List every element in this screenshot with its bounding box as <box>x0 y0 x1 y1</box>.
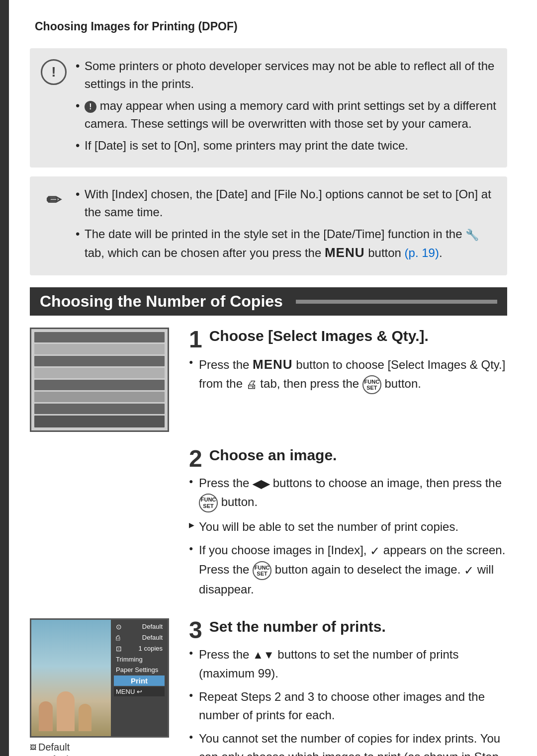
info-bullet-2: The date will be printed in the style se… <box>76 225 496 262</box>
menu-row-nav: MENU ↩ <box>114 687 165 696</box>
bottom-label-icon-1: 🖼 <box>30 744 36 751</box>
step-2-bullet-3: If you choose images in [Index], ✓ appea… <box>189 541 507 598</box>
step-1-image <box>30 328 174 432</box>
step-3-content: 3 Set the number of prints. Press the ▲▼… <box>189 618 507 756</box>
info-bullet-1: With [Index] chosen, the [Date] and [Fil… <box>76 185 496 221</box>
step-3-number: 3 <box>189 618 202 642</box>
func-set-btn-2: FUNCSET <box>199 494 218 512</box>
step-3-header: 3 Set the number of prints. <box>189 618 507 645</box>
bottom-label-text-2: Default <box>40 754 71 756</box>
screen-menu-overlay: ⊙ Default ⎙ Default ⊡ 1 copies Trimmin <box>111 620 168 736</box>
warning-icon: ! <box>41 59 67 85</box>
warning-bullet-3: If [Date] is set to [On], some printers … <box>76 137 496 155</box>
bold-icon: ! <box>85 101 96 113</box>
menu-icon-3: ⊡ <box>116 645 122 653</box>
steps-area: 1 Choose [Select Images & Qty.]. Press t… <box>30 328 507 756</box>
bottom-labels: 🖼 Default 📷 Default 🔲 Default <box>30 742 174 756</box>
camera-screen-bottom: ⊙ Default ⎙ Default ⊡ 1 copies Trimmin <box>30 618 169 738</box>
menu-val-5: Paper Settings <box>116 666 158 673</box>
menu-icon-1: ⊙ <box>116 623 122 631</box>
menu-icon-2: ⎙ <box>116 634 120 642</box>
step-2-number: 2 <box>189 447 202 471</box>
print-tab-icon: 🖨 <box>246 376 257 393</box>
bottom-label-text-1: Default <box>38 742 70 753</box>
menu-val-4: Trimming <box>116 656 143 663</box>
step-3-title: Set the number of prints. <box>209 618 386 635</box>
step-1-number: 1 <box>189 328 202 351</box>
section-title-text: Choosing the Number of Copies <box>40 292 283 311</box>
photo-bg <box>31 620 111 736</box>
step-3-bullet-1: Press the ▲▼ buttons to set the number o… <box>189 645 507 682</box>
step-2-block: 2 Choose an image. Press the ◀▶ buttons … <box>30 447 507 603</box>
left-right-arrows: ◀▶ <box>253 476 269 493</box>
page-ref-link: (p. 19) <box>405 246 439 259</box>
step-3-block: ⊙ Default ⎙ Default ⊡ 1 copies Trimmin <box>30 618 507 756</box>
warning-note-box: ! Some printers or photo developer servi… <box>30 48 507 168</box>
left-accent-bar <box>0 0 9 756</box>
step-1-bullet-1: Press the MENU button to choose [Select … <box>189 354 507 394</box>
step-1-content: 1 Choose [Select Images & Qty.]. Press t… <box>189 328 507 432</box>
checkmark-1: ✓ <box>370 542 380 560</box>
menu-row-4: Trimming <box>114 655 165 664</box>
menu-row-print: Print <box>114 675 165 686</box>
menu-row-1: ⊙ Default <box>114 622 165 632</box>
func-set-btn-3: FUNCSET <box>253 561 271 580</box>
step-1-body: Press the MENU button to choose [Select … <box>189 354 507 394</box>
step-2-image <box>30 447 174 603</box>
warning-bullet-1: Some printers or photo developer service… <box>76 57 496 93</box>
func-set-btn-1: FUNCSET <box>362 375 381 394</box>
step-2-title: Choose an image. <box>209 447 337 464</box>
menu-row-3: ⊡ 1 copies <box>114 644 165 654</box>
step-3-body: Press the ▲▼ buttons to set the number o… <box>189 645 507 756</box>
menu-row-2: ⎙ Default <box>114 633 165 643</box>
print-label: Print <box>131 676 148 685</box>
step-3-bullet-3: You cannot set the number of copies for … <box>189 729 507 756</box>
checkmark-2: ✓ <box>464 561 474 580</box>
step-1-title: Choose [Select Images & Qty.]. <box>209 328 429 344</box>
page-container: Choosing Images for Printing (DPOF) ! So… <box>0 0 537 756</box>
info-note-content: With [Index] chosen, the [Date] and [Fil… <box>76 185 496 266</box>
info-note-box: ✏ With [Index] chosen, the [Date] and [F… <box>30 176 507 275</box>
menu-row-5: Paper Settings <box>114 665 165 674</box>
step-1-header: 1 Choose [Select Images & Qty.]. <box>189 328 507 354</box>
menu-text-inline: MENU <box>325 245 365 260</box>
step-2-content: 2 Choose an image. Press the ◀▶ buttons … <box>189 447 507 603</box>
camera-screen-top <box>30 328 169 432</box>
step-1-block: 1 Choose [Select Images & Qty.]. Press t… <box>30 328 507 432</box>
menu-val-1: Default <box>142 623 163 630</box>
up-down-arrows: ▲▼ <box>253 647 274 664</box>
pencil-icon: ✏ <box>41 187 67 213</box>
menu-val-2: Default <box>142 634 163 641</box>
warning-bullet-2: ! may appear when using a memory card wi… <box>76 97 496 133</box>
tab-icon: 🔧 <box>465 227 479 243</box>
warning-note-content: Some printers or photo developer service… <box>76 57 496 159</box>
section-title: Choosing the Number of Copies <box>30 287 507 316</box>
section-title-bar <box>296 300 497 304</box>
page-header: Choosing Images for Printing (DPOF) <box>30 20 507 33</box>
step-2-bullet-2: You will be able to set the number of pr… <box>189 517 507 536</box>
menu-nav-label: MENU ↩ <box>116 688 142 695</box>
step-3-bullet-2: Repeat Steps 2 and 3 to choose other ima… <box>189 687 507 724</box>
step-3-image: ⊙ Default ⎙ Default ⊡ 1 copies Trimmin <box>30 618 174 756</box>
step-2-header: 2 Choose an image. <box>189 447 507 474</box>
menu-val-3: 1 copies <box>139 645 163 652</box>
bottom-label-2: 📷 Default <box>30 754 174 756</box>
menu-keyword-1: MENU <box>253 357 293 372</box>
step-2-bullet-1: Press the ◀▶ buttons to choose an image,… <box>189 474 507 512</box>
people-silhouettes <box>39 691 91 731</box>
step-2-body: Press the ◀▶ buttons to choose an image,… <box>189 474 507 598</box>
bottom-label-1: 🖼 Default <box>30 742 174 753</box>
screen-photo-area <box>31 620 111 736</box>
